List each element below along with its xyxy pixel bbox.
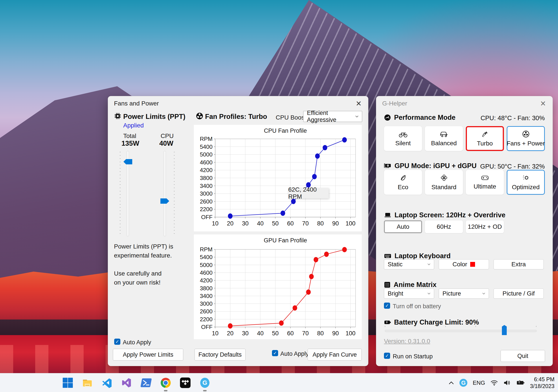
svg-text:5000: 5000	[200, 262, 213, 268]
close-icon[interactable]: ×	[538, 98, 548, 109]
laptop-screen-heading: Laptop Screen: 120Hz + Overdrive	[394, 211, 506, 219]
ghelper-window: G-Helper × Performance Mode CPU: 48°C - …	[376, 96, 553, 366]
cpu-slider-thumb[interactable]	[160, 198, 169, 204]
ghelper-taskbar-icon[interactable]: G	[198, 376, 211, 389]
svg-text:10: 10	[212, 220, 218, 227]
battery-slider-ticks	[385, 326, 537, 327]
factory-defaults-button[interactable]: Factory Defaults	[194, 349, 245, 361]
auto-apply-fan-checkbox[interactable]: ✓	[272, 350, 278, 356]
perf-mode-silent-button[interactable]: Silent	[384, 126, 422, 151]
keyboard-color-button[interactable]: Color	[439, 259, 489, 269]
start-button[interactable]	[61, 376, 74, 389]
file-explorer-icon[interactable]	[80, 376, 94, 389]
tidal-icon[interactable]	[178, 376, 192, 389]
gpu-mode-optimized-label: Optimized	[512, 184, 540, 191]
clock[interactable]: 6:45 PM 3/18/2023	[530, 376, 555, 390]
perf-mode-fans-power-button[interactable]: Fans + Power	[507, 126, 545, 151]
run-on-startup-checkbox[interactable]: ✓	[384, 353, 390, 359]
total-slider-thumb[interactable]	[123, 159, 132, 164]
svg-text:40: 40	[257, 330, 264, 337]
power-limits-applied-link[interactable]: Applied	[123, 122, 144, 129]
screen-60hz-button[interactable]: 60Hz	[425, 220, 463, 233]
gpu-mode-standard-button[interactable]: Standard	[425, 170, 463, 195]
svg-text:3000: 3000	[200, 300, 213, 307]
anime-battery-label: Turn off on battery	[393, 303, 441, 310]
anime-picture-gif-button[interactable]: Picture / Gif	[494, 289, 544, 299]
cpu-fan-chart-panel[interactable]: OFF220026003000340038004200460050005400R…	[194, 125, 362, 231]
laptop-screen-header: Laptop Screen: 120Hz + Overdrive	[384, 211, 506, 219]
fans-and-power-window: Fans and Power × Power Limits (PPT) Appl…	[108, 96, 368, 366]
svg-text:30: 30	[242, 220, 249, 227]
running-indicator	[203, 390, 207, 391]
chevron-down-icon	[427, 293, 430, 294]
svg-text:10: 10	[212, 330, 218, 337]
gpu-fan-chart: OFF220026003000340038004200460050005400R…	[194, 234, 362, 339]
battery-slider-thumb[interactable]	[502, 325, 507, 335]
cpu-slider-track[interactable]	[164, 151, 166, 236]
perf-mode-silent-label: Silent	[395, 140, 410, 147]
fan-curve-tooltip: 62C, 2400 RPM	[288, 188, 329, 198]
perf-mode-turbo-button[interactable]: Turbo	[466, 126, 504, 151]
gpu-fan-chart-panel[interactable]: OFF220026003000340038004200460050005400R…	[194, 234, 362, 339]
warning-line: experimental feature.	[114, 251, 173, 260]
svg-text:90: 90	[332, 330, 339, 337]
svg-text:RPM: RPM	[200, 136, 213, 142]
wifi-icon[interactable]	[490, 380, 498, 386]
battery-slider-track[interactable]	[385, 330, 537, 332]
chrome-icon[interactable]	[159, 376, 172, 389]
apply-fan-curve-button[interactable]: Apply Fan Curve	[308, 349, 362, 361]
svg-text:20: 20	[227, 330, 234, 337]
svg-text:OFF: OFF	[201, 214, 213, 220]
gpu-mode-ultimate-button[interactable]: Ultimate	[466, 170, 504, 195]
anime-matrix-heading: Anime Matrix	[394, 281, 436, 289]
checkmark-icon: ✓	[115, 339, 119, 344]
gpu-card-icon	[384, 163, 392, 169]
svg-text:2200: 2200	[200, 206, 213, 212]
svg-text:G: G	[202, 379, 207, 386]
battery-bolt-icon	[384, 319, 391, 325]
screen-60hz-label: 60Hz	[437, 223, 451, 230]
quit-button[interactable]: Quit	[501, 350, 545, 362]
perf-mode-balanced-label: Balanced	[431, 140, 457, 147]
total-slider-label: Total	[123, 133, 136, 140]
dot-matrix-icon	[384, 282, 391, 288]
ghelper-tray-icon[interactable]: G	[459, 379, 467, 387]
auto-apply-power-checkbox[interactable]: ✓	[114, 339, 120, 345]
cpu-boost-dropdown[interactable]: Efficient Aggressive	[303, 111, 362, 122]
language-indicator[interactable]: ENG	[473, 379, 485, 386]
close-icon[interactable]: ×	[353, 98, 364, 109]
auto-apply-fan-label: Auto Apply	[280, 350, 309, 357]
cpu-boost-label: CPU Boost	[276, 114, 306, 121]
gpu-mode-eco-button[interactable]: Eco	[384, 170, 422, 195]
screen-auto-button[interactable]: Auto	[384, 220, 422, 233]
tray-chevron-up-icon[interactable]	[448, 381, 454, 385]
volume-icon[interactable]	[503, 380, 511, 386]
battery-charging-icon[interactable]	[516, 380, 525, 386]
svg-text:5400: 5400	[200, 143, 213, 150]
anime-battery-checkbox[interactable]: ✓	[384, 303, 390, 309]
window-title: G-Helper	[382, 100, 407, 107]
keyboard-mode-dropdown[interactable]: Static	[384, 259, 434, 269]
svg-text:3000: 3000	[200, 190, 213, 197]
screen-120hz-od-button[interactable]: 120Hz + OD	[466, 220, 504, 233]
total-slider-ticks	[120, 152, 121, 236]
perf-mode-balanced-button[interactable]: Balanced	[425, 126, 463, 151]
fan-profiles-heading: Fan Profiles: Turbo	[205, 113, 267, 121]
keyboard-extra-button[interactable]: Extra	[494, 259, 544, 269]
vscode-icon[interactable]	[100, 376, 113, 389]
anime-brightness-dropdown[interactable]: Bright	[384, 289, 434, 299]
visual-studio-icon[interactable]	[120, 376, 133, 389]
warning-line: on your own risk!	[114, 278, 173, 287]
svg-text:100: 100	[345, 330, 355, 337]
power-limits-warning: Power Limits (PPT) is experimental featu…	[114, 242, 173, 287]
apply-power-limits-button[interactable]: Apply Power Limits	[113, 349, 183, 361]
anime-mode-dropdown[interactable]: Picture	[439, 289, 489, 299]
tray-date: 3/18/2023	[530, 383, 555, 390]
powershell-icon[interactable]	[139, 376, 153, 389]
gpu-mode-optimized-button[interactable]: Optimized	[507, 170, 545, 195]
version-link[interactable]: Version: 0.31.0.0	[384, 338, 430, 345]
total-slider-value: 135W	[122, 140, 139, 147]
svg-text:3400: 3400	[200, 183, 213, 189]
cpu-slider-label: CPU	[161, 133, 174, 140]
chevron-down-icon	[427, 263, 430, 265]
